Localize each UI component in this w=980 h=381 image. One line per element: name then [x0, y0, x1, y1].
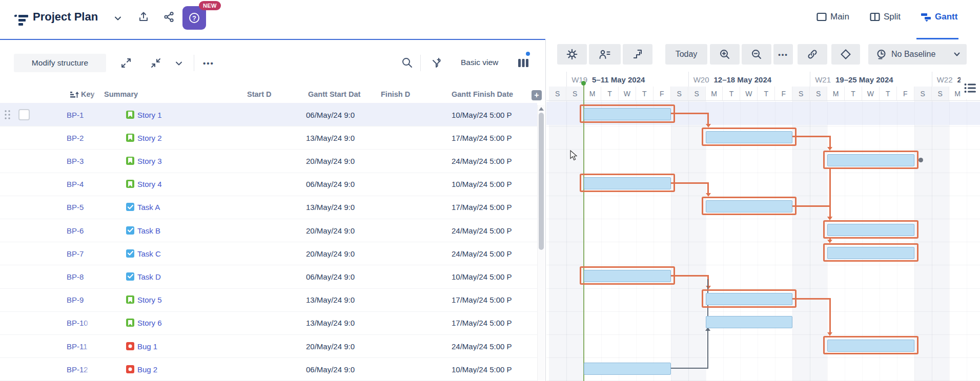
expand-all-icon[interactable] [120, 57, 132, 69]
gantt-bar[interactable] [706, 316, 793, 328]
issue-summary-link[interactable]: Bug 1 [137, 342, 245, 350]
gantt-settings-button[interactable] [557, 44, 587, 65]
gantt-finish-value: 17/May/24 5:00 P [452, 295, 538, 304]
export-button[interactable] [135, 8, 152, 26]
help-button[interactable]: ? NEW [182, 6, 206, 30]
gantt-links-button[interactable] [798, 44, 827, 65]
issue-key-link[interactable]: BP-10 [67, 319, 91, 327]
share-icon[interactable] [160, 8, 178, 26]
issue-summary-link[interactable]: Task C [137, 249, 245, 258]
modify-structure-button[interactable]: Modify structure [14, 54, 106, 72]
row-checkbox[interactable] [18, 109, 30, 120]
expand-options-chevron-icon[interactable] [175, 59, 183, 68]
gantt-bar[interactable] [584, 270, 671, 282]
dependency-link [671, 275, 709, 277]
column-header-start-date[interactable]: Start D [247, 90, 279, 98]
issue-key-link[interactable]: BP-2 [67, 133, 91, 142]
column-header-summary[interactable]: Summary [104, 90, 166, 98]
issue-key-link[interactable]: BP-5 [67, 203, 91, 211]
issue-summary-link[interactable]: Task A [137, 203, 245, 211]
app-window: Project Plan ? NEW Main [0, 0, 980, 381]
drag-handle[interactable] [4, 110, 12, 119]
gantt-bar[interactable] [706, 200, 793, 213]
issue-key-link[interactable]: BP-4 [67, 180, 91, 188]
issue-key-link[interactable]: BP-1 [67, 110, 91, 119]
tab-split[interactable]: Split [870, 12, 901, 22]
gantt-zoom-in-button[interactable] [710, 44, 740, 65]
issue-summary-link[interactable]: Task D [137, 272, 245, 281]
table-row[interactable]: BP-5Task A13/May/24 9:017/May/24 5:00 P [0, 196, 537, 219]
table-row[interactable]: BP-9Story 513/May/24 9:017/May/24 5:00 P [0, 288, 537, 312]
gantt-start-value: 06/May/24 9:0 [306, 180, 372, 188]
table-row[interactable]: BP-11Bug 120/May/24 9:024/May/24 5:00 P [0, 334, 537, 358]
table-row[interactable]: BP-4Story 406/May/24 9:010/May/24 5:00 P [0, 173, 537, 196]
issue-key-link[interactable]: BP-11 [67, 342, 91, 350]
dependency-arrowhead [706, 193, 711, 197]
table-row[interactable]: BP-6Task B20/May/24 9:024/May/24 5:00 P [0, 219, 537, 242]
day-header-cell: F [775, 87, 792, 101]
table-row[interactable]: BP-8Task D06/May/24 9:010/May/24 5:00 P [0, 265, 537, 288]
gantt-bar[interactable] [584, 108, 671, 120]
auto-schedule-icon [631, 48, 644, 60]
gantt-bar[interactable] [827, 247, 914, 259]
issue-key-link[interactable]: BP-12 [67, 365, 91, 373]
issue-summary-link[interactable]: Story 2 [137, 133, 245, 142]
issue-key-link[interactable]: BP-3 [67, 156, 91, 165]
issue-summary-link[interactable]: Story 5 [137, 295, 245, 304]
column-header-gantt-finish-date[interactable]: Gantt Finish Date [452, 90, 523, 98]
issue-summary-link[interactable]: Bug 2 [137, 365, 245, 373]
sort-icon[interactable] [70, 91, 79, 99]
column-header-key[interactable]: Key [81, 90, 99, 98]
baseline-selector[interactable]: No Baseline [868, 44, 967, 65]
more-actions-button[interactable]: ••• [203, 59, 214, 68]
column-header-gantt-start-date[interactable]: Gantt Start Dat [308, 90, 370, 98]
issue-key-link[interactable]: BP-9 [67, 295, 91, 304]
table-row[interactable]: BP-12Bug 206/May/24 9:010/May/24 5:00 P [0, 357, 537, 381]
issue-summary-link[interactable]: Story 6 [137, 319, 245, 327]
tab-main[interactable]: Main [816, 12, 849, 22]
collapse-all-icon[interactable] [150, 57, 162, 69]
title-chevron-down-icon[interactable] [114, 14, 122, 23]
gantt-zoom-out-button[interactable] [742, 44, 771, 65]
gantt-resources-button[interactable] [589, 44, 621, 65]
issue-summary-link[interactable]: Story 4 [137, 180, 245, 188]
today-line [583, 85, 584, 381]
gantt-today-button[interactable]: Today [665, 44, 707, 65]
panel-divider[interactable] [545, 40, 546, 381]
dependency-arrowhead [827, 332, 832, 336]
table-row[interactable]: BP-10Story 613/May/24 9:017/May/24 5:00 … [0, 311, 537, 335]
gantt-bar[interactable] [584, 177, 671, 189]
gantt-bar[interactable] [827, 340, 914, 352]
gantt-bar[interactable] [827, 224, 914, 236]
issue-summary-link[interactable]: Story 1 [137, 110, 245, 119]
table-row[interactable]: BP-1Story 106/May/24 9:010/May/24 5:00 P [0, 103, 537, 126]
scrollbar-up-arrow[interactable] [539, 107, 544, 111]
issue-summary-link[interactable]: Task B [137, 226, 245, 235]
table-row[interactable]: BP-3Story 320/May/24 9:024/May/24 5:00 P [0, 149, 537, 173]
gantt-more-button[interactable]: ••• [773, 44, 793, 65]
dependency-link [707, 182, 709, 194]
gantt-milestone-button[interactable] [831, 44, 860, 65]
issue-key-link[interactable]: BP-6 [67, 226, 91, 235]
issue-key-link[interactable]: BP-8 [67, 272, 91, 281]
scrollbar-thumb[interactable] [539, 113, 544, 250]
tab-gantt[interactable]: Gantt [921, 12, 957, 22]
table-row[interactable]: BP-7Task C20/May/24 9:024/May/24 5:00 P [0, 242, 537, 265]
gantt-bar[interactable] [827, 154, 914, 166]
gantt-bar[interactable] [584, 363, 671, 375]
row-options-button[interactable] [961, 77, 980, 99]
gantt-bar[interactable] [706, 293, 793, 305]
search-icon[interactable] [401, 56, 414, 69]
filter-icon[interactable] [431, 56, 443, 69]
issue-key-link[interactable]: BP-7 [67, 249, 91, 258]
issue-summary-link[interactable]: Story 3 [137, 156, 245, 165]
table-scrollbar[interactable] [537, 105, 545, 381]
columns-icon[interactable] [517, 56, 530, 70]
view-selector[interactable]: Basic view [461, 58, 498, 67]
add-column-button[interactable]: + [532, 90, 542, 100]
table-row[interactable]: BP-2Story 213/May/24 9:017/May/24 5:00 P [0, 126, 537, 150]
gantt-bar[interactable] [706, 131, 793, 143]
gantt-start-value: 13/May/24 9:0 [306, 133, 372, 142]
gantt-levels-button[interactable] [623, 44, 652, 65]
column-header-finish-date[interactable]: Finish D [381, 90, 417, 98]
